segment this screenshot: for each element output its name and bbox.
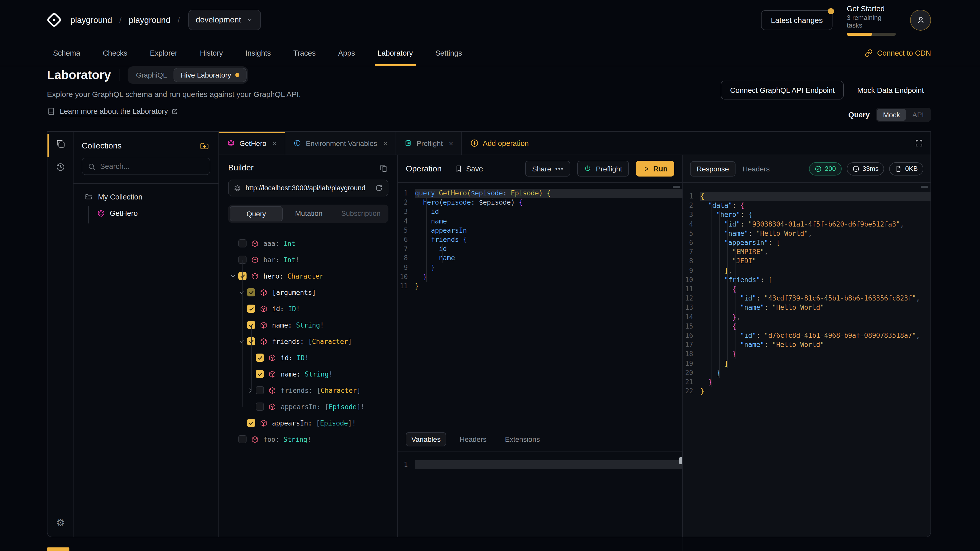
toggle-mock[interactable]: Mock (877, 109, 906, 121)
mock-data-endpoint-button[interactable]: Mock Data Endpoint (850, 81, 931, 100)
tree-row-friends-[interactable]: friends: [Character] (219, 333, 397, 349)
editor-tab-environment-variables[interactable]: Environment Variables× (285, 132, 396, 155)
nav-tab-schema[interactable]: Schema (53, 40, 80, 66)
field-checkbox[interactable] (247, 305, 255, 313)
copy-collapse-icon[interactable] (379, 164, 388, 172)
nav-tab-checks[interactable]: Checks (103, 40, 127, 66)
tree-row-friends-[interactable]: friends: [Character] (219, 382, 397, 399)
nav-tab-traces[interactable]: Traces (293, 40, 316, 66)
tree-row-name-[interactable]: name: String! (219, 366, 397, 382)
new-collection-button[interactable] (200, 141, 209, 151)
editor-tab-preflight[interactable]: Preflight× (396, 132, 462, 155)
nav-tab-apps[interactable]: Apps (338, 40, 355, 66)
clock-icon (852, 165, 859, 172)
nav-tab-explorer[interactable]: Explorer (150, 40, 177, 66)
settings-rail-button[interactable]: ⚙ (48, 512, 73, 533)
field-checkbox[interactable] (247, 288, 255, 297)
divider (119, 69, 120, 81)
latest-changes-button[interactable]: Latest changes (761, 10, 833, 30)
chevron-down-icon[interactable] (238, 289, 245, 296)
nav-tab-history[interactable]: History (200, 40, 223, 66)
type-cube-icon (269, 370, 276, 378)
get-started-widget[interactable]: Get Started 3 remaining tasks (847, 4, 896, 35)
builder-tab-mutation[interactable]: Mutation (283, 206, 335, 221)
tree-row-hero-[interactable]: hero: Character (219, 268, 397, 284)
tab-variables[interactable]: Variables (406, 432, 446, 446)
tree-row-id-[interactable]: id: ID! (219, 300, 397, 317)
operation-panel: Operation Save Share ••• (398, 155, 683, 537)
tab-response-headers[interactable]: Headers (743, 165, 770, 173)
nav-tab-insights[interactable]: Insights (245, 40, 271, 66)
share-button[interactable]: Share ••• (525, 161, 570, 176)
chevron-down-icon[interactable] (238, 338, 245, 345)
chevron-down-icon[interactable] (229, 272, 236, 279)
response-editor[interactable]: 1{2 "data": {3 "hero": {4 "id": "9303830… (683, 183, 931, 535)
refresh-icon[interactable] (375, 184, 383, 192)
toggle-hive-laboratory[interactable]: Hive Laboratory (173, 68, 247, 82)
builder-tab-subscription[interactable]: Subscription (335, 206, 387, 221)
tree-row-appearsin-[interactable]: appearsIn: [Episode]! (219, 399, 397, 415)
tab-extensions[interactable]: Extensions (500, 433, 545, 446)
builder-tab-query[interactable]: Query (230, 206, 283, 221)
type-cube-icon (260, 321, 267, 329)
more-icon[interactable]: ••• (555, 165, 564, 172)
tree-row--arguments-[interactable]: [arguments] (219, 284, 397, 300)
collections-search[interactable] (82, 158, 210, 175)
collection-folder-label: My Collection (98, 193, 142, 201)
line-number: 9 (683, 266, 700, 275)
line-number: 8 (398, 254, 415, 263)
connect-cdn-button[interactable]: Connect to CDN (865, 49, 931, 57)
field-checkbox[interactable] (256, 354, 264, 362)
breadcrumb-project[interactable]: playground (129, 15, 170, 25)
tree-row-bar-[interactable]: bar: Int! (219, 251, 397, 268)
chevron-right-icon[interactable] (247, 387, 254, 394)
add-operation-button[interactable]: Add operation (462, 132, 537, 155)
run-button[interactable]: Run (636, 161, 674, 176)
collections-rail-button[interactable] (48, 132, 73, 155)
close-icon[interactable]: × (272, 139, 277, 147)
field-checkbox[interactable] (239, 435, 247, 443)
tab-response[interactable]: Response (690, 161, 735, 176)
type-cube-icon (260, 305, 267, 313)
indent-guide (434, 207, 434, 272)
variables-editor[interactable]: 1 (398, 452, 682, 551)
history-rail-button[interactable] (48, 155, 73, 179)
hive-logo-icon[interactable] (45, 11, 63, 29)
endpoint-url-field[interactable] (228, 179, 388, 197)
breadcrumb: playground / playground / (70, 15, 180, 25)
operation-editor[interactable]: 1query GetHero($episode: Episode) {2 her… (398, 183, 682, 427)
tree-row-aaa-[interactable]: aaa: Int (219, 235, 397, 251)
field-checkbox[interactable] (239, 239, 247, 248)
field-checkbox[interactable] (256, 386, 264, 394)
nav-tab-laboratory[interactable]: Laboratory (377, 40, 413, 66)
tree-row-appearsin-[interactable]: appearsIn: [Episode]! (219, 415, 397, 431)
collection-folder[interactable]: My Collection (85, 193, 213, 201)
editor-tab-gethero[interactable]: GetHero× (219, 132, 285, 155)
field-checkbox[interactable] (256, 370, 264, 378)
nav-tab-settings[interactable]: Settings (435, 40, 462, 66)
toggle-graphiql[interactable]: GraphiQL (129, 68, 173, 82)
field-checkbox[interactable] (256, 403, 264, 411)
status-badge: 200 (809, 162, 842, 175)
connect-graphql-endpoint-button[interactable]: Connect GraphQL API Endpoint (721, 81, 844, 100)
learn-more-link[interactable]: Learn more about the Laboratory (60, 107, 178, 115)
search-input[interactable] (100, 162, 204, 170)
endpoint-url-input[interactable] (245, 184, 371, 192)
avatar[interactable] (910, 10, 931, 30)
collection-operation[interactable]: GetHero (85, 206, 213, 221)
close-icon[interactable]: × (383, 139, 387, 147)
close-icon[interactable]: × (449, 139, 453, 147)
tree-row-id-[interactable]: id: ID! (219, 349, 397, 366)
tree-row-foo-[interactable]: foo: String! (219, 431, 397, 448)
save-button[interactable]: Save (455, 165, 483, 173)
toggle-api[interactable]: API (906, 109, 930, 121)
fullscreen-button[interactable] (915, 139, 923, 148)
preflight-button[interactable]: Preflight (578, 161, 629, 176)
code-line: 4 "id": "93038304-01a1-4f5f-b620-d6f9be5… (683, 220, 931, 229)
tab-headers[interactable]: Headers (455, 433, 492, 446)
field-checkbox[interactable] (247, 419, 255, 427)
target-select[interactable]: development (188, 10, 261, 30)
scrollbar-thumb[interactable] (679, 457, 682, 464)
breadcrumb-org[interactable]: playground (70, 15, 112, 25)
tree-row-name-[interactable]: name: String! (219, 317, 397, 333)
